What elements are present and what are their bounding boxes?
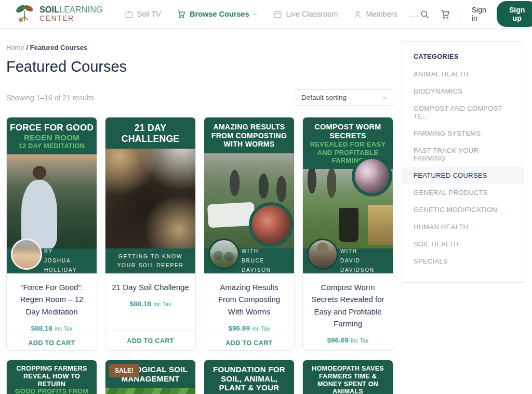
- sort-dropdown[interactable]: Default sorting: [295, 89, 393, 106]
- add-to-cart-button[interactable]: ADD TO CART: [7, 333, 97, 351]
- nav-more-menu[interactable]: ...: [410, 9, 420, 19]
- worms-inset-photo: [249, 202, 294, 247]
- site-logo[interactable]: SOILLEARNING CENTER: [14, 4, 103, 24]
- ellipsis-icon: ...: [410, 9, 420, 18]
- calendar-icon: [273, 10, 282, 19]
- product-title[interactable]: 21 Day Soil Challenge: [112, 281, 189, 293]
- byline-name: BRUCE DAVISON: [242, 256, 294, 273]
- nav-soil-tv[interactable]: Soil TV: [125, 10, 161, 19]
- sidebar-item-fast-track-your-farming[interactable]: FAST TRACK YOUR FARMING: [402, 142, 524, 167]
- product-image-ecological-soil-management[interactable]: SALE! ECOLOGICAL SOIL MANAGEMENT: [105, 360, 195, 394]
- user-icon: [353, 10, 362, 19]
- results-toolbar: Showing 1–16 of 21 results Default sorti…: [6, 89, 393, 106]
- sidebar-item-featured-courses[interactable]: FEATURED COURSES: [402, 167, 524, 184]
- cover-subtitle: 12 DAY MEDITATION: [9, 142, 94, 150]
- cover-title: 21 DAY CHALLENGE: [108, 123, 193, 144]
- cover-title: HOMOEOPATH SAVES FARMERS TIME & MONEY SP…: [306, 365, 390, 394]
- sign-in-link[interactable]: Sign in: [472, 6, 486, 22]
- sidebar-item-genetic-modification[interactable]: GENETIC MODIFICATION: [402, 201, 524, 218]
- byline-name: DAVID DAVIDSON: [340, 256, 393, 273]
- product-card: AMAZING RESULTS FROM COMPOSTING WITH WOR…: [204, 117, 295, 351]
- sidebar-item-general-products[interactable]: GENERAL PRODUCTS: [402, 184, 524, 201]
- logo-word-center: CENTER: [39, 15, 103, 22]
- product-price: $96.69 inc Tax: [210, 323, 288, 333]
- main-nav: Soil TV Browse Courses Live Classroom Me…: [125, 9, 420, 19]
- categories-title: CATEGORIES: [402, 53, 524, 60]
- cover-title: CROPPING FARMERS REVEAL HOW TO RETURN: [10, 365, 94, 388]
- cover-title: COMPOST WORM SECRETS: [305, 123, 390, 140]
- breadcrumb-home-link[interactable]: Home: [6, 44, 24, 51]
- product-image-foundation-health[interactable]: FOUNDATION FOR SOIL, ANIMAL, PLANT & YOU…: [204, 360, 294, 394]
- add-to-cart-button[interactable]: ADD TO CART: [105, 331, 195, 350]
- byline-name: JOSHUA HOLLIDAY: [44, 256, 97, 273]
- product-image-compost-worm-secrets[interactable]: COMPOST WORM SECRETS REVEALED FOR EASY A…: [303, 117, 393, 273]
- product-card: CROPPING FARMERS REVEAL HOW TO RETURN GO…: [6, 360, 97, 394]
- cart-icon: [440, 9, 450, 19]
- compost-inset-photo: [352, 156, 392, 196]
- top-navigation-bar: SOILLEARNING CENTER Soil TV Browse Cours…: [0, 0, 532, 29]
- cover-caption: GETTING TO KNOW YOUR SOIL DEEPER: [105, 252, 195, 270]
- add-to-cart-button[interactable]: ADD TO CART: [303, 345, 393, 351]
- breadcrumb-separator: /: [26, 44, 28, 51]
- compost-bin: [339, 208, 358, 242]
- sidebar-item-soil-health[interactable]: SOIL HEALTH: [402, 235, 524, 253]
- worm-trough: [207, 202, 255, 228]
- sidebar-item-biodynamics[interactable]: BIODYNAMICS: [402, 83, 524, 100]
- product-image-force-for-good[interactable]: FORCE FOR GOOD REGEN ROOM 12 DAY MEDITAT…: [7, 117, 97, 273]
- product-price: $96.69 inc Tax: [309, 335, 387, 345]
- product-card: 21 DAY CHALLENGE GETTING TO KNOW YOUR SO…: [105, 117, 196, 351]
- product-title[interactable]: Amazing Results From Composting With Wor…: [210, 281, 288, 318]
- results-count: Showing 1–16 of 21 results: [6, 94, 94, 102]
- cart-button[interactable]: [440, 9, 450, 19]
- sidebar-item-farming-systems[interactable]: FARMING SYSTEMS: [402, 125, 524, 142]
- avatar: [208, 239, 240, 270]
- breadcrumb-current: Featured Courses: [30, 44, 88, 51]
- cover-title: AMAZING RESULTS FROM COMPOSTING WITH WOR…: [207, 123, 291, 149]
- avatar: [11, 239, 42, 270]
- byline-prefix: WITH: [340, 247, 393, 256]
- sort-value: Default sorting: [301, 94, 347, 101]
- search-icon: [420, 9, 430, 19]
- header-actions: Sign in Sign up: [420, 1, 532, 27]
- soil-learning-center-logo-icon: [14, 4, 36, 24]
- product-card: FOUNDATION FOR SOIL, ANIMAL, PLANT & YOU…: [204, 360, 295, 394]
- tv-icon: [125, 10, 134, 19]
- breadcrumb: Home / Featured Courses: [6, 44, 393, 51]
- sidebar: CATEGORIES ANIMAL HEALTH BIODYNAMICS COM…: [402, 41, 524, 394]
- cover-subtitle: GOOD PROFITS FROM MARGINAL SOIL & LOW RA…: [10, 388, 94, 394]
- cover-title: FOUNDATION FOR SOIL, ANIMAL, PLANT & YOU…: [207, 365, 291, 394]
- avatar: [307, 239, 338, 270]
- product-price: $88.18 inc Tax: [13, 323, 90, 333]
- product-card: HOMOEOPATH SAVES FARMERS TIME & MONEY SP…: [302, 360, 393, 394]
- logo-word-soil: SOIL: [39, 5, 59, 14]
- chevron-down-icon: [382, 95, 388, 100]
- cover-subtitle: REGEN ROOM: [9, 133, 94, 142]
- wooden-box: [368, 205, 393, 245]
- sidebar-item-specials[interactable]: SPECIALS: [402, 253, 524, 270]
- product-image-composting-worms[interactable]: AMAZING RESULTS FROM COMPOSTING WITH WOR…: [204, 117, 294, 273]
- cart-icon: [177, 9, 186, 19]
- sidebar-item-animal-health[interactable]: ANIMAL HEALTH: [402, 65, 524, 83]
- logo-word-learning: LEARNING: [59, 5, 102, 14]
- product-grid: FORCE FOR GOOD REGEN ROOM 12 DAY MEDITAT…: [6, 117, 393, 394]
- product-image-21-day-challenge[interactable]: 21 DAY CHALLENGE GETTING TO KNOW YOUR SO…: [105, 117, 195, 273]
- byline-prefix: BY: [44, 247, 97, 256]
- product-title[interactable]: Compost Worm Secrets Revealed for Easy a…: [309, 281, 387, 330]
- sign-up-button[interactable]: Sign up: [497, 1, 532, 27]
- categories-panel: CATEGORIES ANIMAL HEALTH BIODYNAMICS COM…: [402, 41, 524, 283]
- product-image-homoeopath[interactable]: HOMOEOPATH SAVES FARMERS TIME & MONEY SP…: [303, 360, 393, 394]
- product-title[interactable]: “Force For Good”: Regen Room – 12 Day Me…: [13, 281, 90, 318]
- nav-members[interactable]: Members: [353, 10, 397, 19]
- nav-live-classroom[interactable]: Live Classroom: [273, 10, 338, 19]
- sidebar-item-compost[interactable]: COMPOST AND COMPOST TE...: [402, 100, 524, 125]
- add-to-cart-button[interactable]: ADD TO CART: [204, 333, 294, 351]
- product-card: COMPOST WORM SECRETS REVEALED FOR EASY A…: [302, 117, 393, 351]
- cover-title: FORCE FOR GOOD: [9, 123, 94, 133]
- sidebar-item-human-health[interactable]: HUMAN HEALTH: [402, 218, 524, 235]
- byline-prefix: WITH: [242, 247, 294, 256]
- chevron-down-icon: [252, 11, 258, 17]
- product-image-cropping-farmers[interactable]: CROPPING FARMERS REVEAL HOW TO RETURN GO…: [7, 360, 97, 394]
- search-button[interactable]: [420, 9, 430, 19]
- nav-browse-courses[interactable]: Browse Courses: [177, 9, 258, 19]
- page-title: Featured Courses: [6, 58, 393, 75]
